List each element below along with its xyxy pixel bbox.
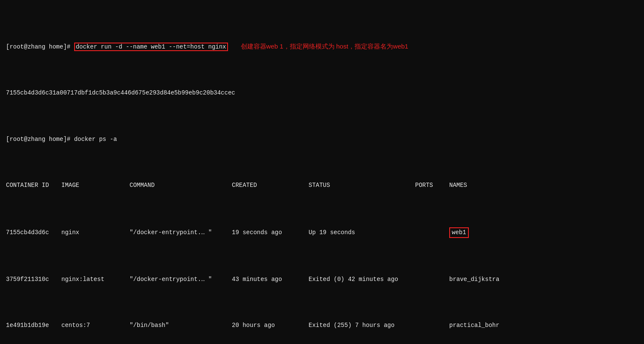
container-id-2: 3759f211310c xyxy=(6,275,61,284)
docker-run-command: docker run -d --name web1 --net=host ngi… xyxy=(74,43,228,51)
container-hash: 7155cb4d3d6c31a00717dbf1dc5b3a9c446d675e… xyxy=(6,89,235,96)
header-command: COMMAND xyxy=(130,181,219,190)
table-row: 3759f211310c nginx:latest "/docker-entry… xyxy=(6,275,638,284)
annotation-text: 创建容器web 1，指定网络模式为 host，指定容器名为web1 xyxy=(241,43,408,50)
header-image: IMAGE xyxy=(61,181,130,190)
created-1: 19 seconds ago xyxy=(232,228,309,238)
names-1-boxed: web1 xyxy=(449,227,469,238)
names-2: brave_dijkstra xyxy=(449,275,500,284)
table-row: 7155cb4d3d6c nginx "/docker-entrypoint.…… xyxy=(6,227,638,238)
header-names: NAMES xyxy=(449,181,467,190)
names-3: practical_bohr xyxy=(449,321,500,330)
table-row: 1e491b1db19e centos:7 "/bin/bash" 20 hou… xyxy=(6,321,638,330)
created-2: 43 minutes ago xyxy=(232,275,309,284)
prompt-2: [root@zhang home]# xyxy=(6,136,70,143)
image-2: nginx:latest xyxy=(61,275,130,284)
command-1: "/docker-entrypoint.… " xyxy=(130,228,219,238)
line-hash: 7155cb4d3d6c31a00717dbf1dc5b3a9c446d675e… xyxy=(6,89,638,98)
container-id-3: 1e491b1db19e xyxy=(6,321,61,330)
line-docker-ps: [root@zhang home]# docker ps -a xyxy=(6,135,638,144)
prompt-1: [root@zhang home]# xyxy=(6,43,70,50)
header-ports: PORTS xyxy=(415,181,449,190)
header-container-id: CONTAINER ID xyxy=(6,181,61,190)
container-id-1: 7155cb4d3d6c xyxy=(6,228,61,238)
line-docker-run: [root@zhang home]# docker run -d --name … xyxy=(6,41,638,52)
created-3: 20 hours ago xyxy=(232,321,309,330)
status-1: Up 19 seconds xyxy=(309,228,415,238)
image-1: nginx xyxy=(61,228,130,238)
image-3: centos:7 xyxy=(61,321,130,330)
command-3: "/bin/bash" xyxy=(130,321,219,330)
status-3: Exited (255) 7 hours ago xyxy=(309,321,415,330)
header-created: CREATED xyxy=(232,181,309,190)
docker-ps-command: docker ps -a xyxy=(74,136,117,143)
header-status: STATUS xyxy=(309,181,415,190)
table-header-row: CONTAINER ID IMAGE COMMAND CREATED STATU… xyxy=(6,181,638,190)
command-2: "/docker-entrypoint.… " xyxy=(130,275,219,284)
status-2: Exited (0) 42 minutes ago xyxy=(309,275,415,284)
terminal-window: [root@zhang home]# docker run -d --name … xyxy=(6,4,638,344)
